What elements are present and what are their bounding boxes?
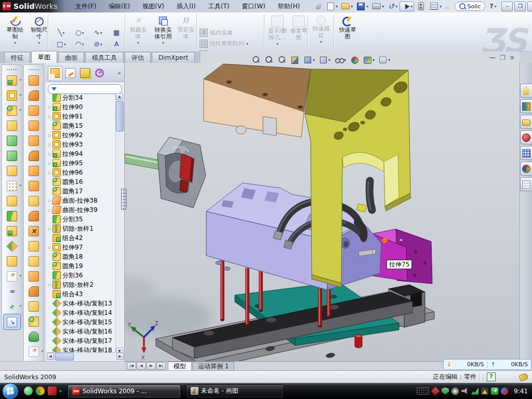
linear-sketch-pattern-button[interactable]: 线性草图阵列 ▾ (200, 38, 248, 49)
revolved-surface-button[interactable] (24, 88, 44, 103)
offset-entities-button[interactable]: 等距实 体 (176, 14, 196, 51)
custom-properties-tab[interactable] (520, 177, 532, 191)
scrollbar-thumb[interactable] (116, 101, 124, 131)
tree-item[interactable]: 分割35 (47, 215, 116, 224)
dropdown-caret-icon[interactable]: ▾ (82, 42, 84, 47)
menu-file[interactable]: 文件(F) (69, 0, 102, 12)
dropdown-caret-icon[interactable]: ▾ (19, 304, 21, 308)
tree-item[interactable]: 实体-移动/复制16 (47, 327, 116, 336)
part-stop-pin[interactable] (355, 335, 362, 348)
tab-motion-study[interactable]: 运动算例 1 (192, 362, 234, 370)
panel-more-button[interactable]: » (117, 70, 123, 76)
tree-item[interactable]: ▷切除-放样2 (47, 280, 116, 289)
tree-item[interactable]: 分割36 (47, 271, 116, 280)
expander-icon[interactable]: ▷ (47, 114, 52, 119)
hide-show-items-button[interactable]: ▾ (334, 55, 347, 64)
surface-reference-geometry-button[interactable]: ▾ (24, 344, 44, 359)
dropdown-caret-icon[interactable]: ▾ (382, 4, 384, 9)
rectangle-tool[interactable]: □▾ (52, 38, 71, 50)
tab-mold-tools[interactable]: 模具工具 (85, 52, 124, 63)
dropdown-caret-icon[interactable]: ▾ (351, 4, 353, 9)
warning-tray-icon[interactable] (481, 388, 488, 395)
dropdown-caret-icon[interactable]: ▾ (100, 42, 102, 47)
ellipse-tool[interactable]: ⊘▾ (89, 38, 108, 50)
zoom-to-fit-button[interactable] (250, 55, 261, 64)
dropdown-caret-icon[interactable]: ▾ (410, 4, 413, 9)
dropdown-caret-icon[interactable]: ▾ (63, 42, 65, 47)
expander-icon[interactable]: ▷ (47, 283, 52, 287)
tree-item[interactable]: ▷切除-放样1 (47, 224, 116, 233)
featuremanager-tab[interactable] (48, 66, 62, 80)
display-style-button[interactable]: ▾ (318, 55, 331, 64)
zoom-to-area-button[interactable] (263, 55, 274, 64)
print-button[interactable]: ▾ (370, 2, 385, 11)
linear-pattern-button[interactable]: ▾ (2, 178, 22, 193)
lofted-surface-button[interactable] (24, 118, 44, 133)
expander-icon[interactable]: ▷ (47, 198, 52, 203)
tree-item[interactable]: ▷拉伸96 (47, 168, 116, 177)
expander-icon[interactable]: ▷ (47, 161, 52, 166)
undo-button[interactable]: ↺▾ (386, 2, 398, 11)
dome-button[interactable] (24, 329, 44, 344)
apply-scene-button[interactable]: ▾ (362, 55, 375, 64)
fillet-button[interactable]: ▾ (2, 103, 22, 118)
view-orientation-button[interactable]: ▾ (302, 55, 315, 64)
dropdown-caret-icon[interactable]: ▾ (313, 58, 315, 62)
ruled-surface-button[interactable] (24, 299, 44, 314)
dropdown-caret-icon[interactable]: ▾ (19, 93, 21, 97)
shell-button[interactable] (2, 133, 22, 148)
tree-vertical-scrollbar[interactable]: ▲ ▼ (115, 93, 123, 355)
section-view-button[interactable] (289, 55, 300, 64)
dropdown-caret-icon[interactable]: ▾ (137, 41, 139, 45)
combine-button[interactable] (2, 223, 22, 238)
messenger-quicklaunch-icon[interactable] (24, 387, 33, 395)
swept-boss-button[interactable] (2, 118, 22, 133)
doc-minimize-button[interactable]: — (489, 54, 496, 61)
dropdown-caret-icon[interactable]: ▾ (41, 349, 43, 353)
panel-splitter-handle[interactable] (121, 188, 127, 210)
help-button[interactable]: ? (489, 3, 493, 10)
quick-snaps-button[interactable]: 快速捕 捉 ▾ (310, 14, 332, 51)
extend-surface-button[interactable] (24, 208, 44, 223)
tab-features[interactable]: 特征 (4, 52, 30, 63)
tree-item[interactable]: 圆角15 (47, 121, 116, 130)
rapid-sketch-button[interactable]: 快速草 图 (336, 14, 360, 51)
toolbar-grip[interactable] (28, 69, 39, 71)
delete-body-button[interactable] (2, 254, 22, 269)
solidworks-resources-tab[interactable] (520, 84, 532, 98)
tab-nav-button-2[interactable]: ▶ (147, 362, 156, 370)
start-button[interactable] (2, 383, 19, 399)
defender-tray-icon[interactable] (442, 388, 449, 395)
tree-item[interactable]: ▷拉伸95 (47, 158, 116, 168)
sketch-text-tool[interactable]: A (108, 38, 126, 50)
untrim-surface-button[interactable] (24, 254, 44, 269)
delete-face-button[interactable] (24, 223, 44, 238)
tree-item[interactable]: 组合43 (47, 289, 116, 299)
view-settings-button[interactable]: ▾ (378, 55, 391, 64)
menu-window[interactable]: 窗口(W) (235, 0, 271, 12)
offset-surface-button[interactable] (24, 178, 44, 193)
minimize-button[interactable]: – (501, 2, 513, 11)
solidworks-quicklaunch-icon[interactable] (48, 387, 57, 395)
configurationmanager-tab[interactable] (78, 66, 91, 79)
tab-nav-button-3[interactable]: ▶| (156, 362, 166, 370)
tree-item[interactable]: ▷拉伸90 (47, 102, 116, 112)
dropdown-caret-icon[interactable]: ▾ (19, 108, 21, 112)
tree-item[interactable]: 分割34 (47, 93, 116, 102)
tree-item[interactable]: ▷拉伸97 (47, 243, 116, 252)
quick-tips-button[interactable]: ? (487, 373, 496, 381)
trim-entities-button[interactable]: 剪裁实 体 ▾ (127, 14, 150, 51)
tree-item[interactable]: ▷拉伸94 (47, 149, 116, 158)
health-tray-icon[interactable] (491, 388, 498, 395)
taskbar-button-solidworks[interactable]: SW SolidWorks 2009 - ... (68, 384, 181, 398)
expander-icon[interactable]: ▷ (47, 133, 52, 138)
tree-item[interactable]: 实体-移动/复制14 (47, 308, 116, 317)
rebuild-button[interactable] (415, 2, 427, 11)
dropdown-caret-icon[interactable]: ▾ (336, 4, 338, 9)
tree-item[interactable]: 圆角18 (47, 252, 116, 261)
boundary-surface-button[interactable] (24, 133, 44, 148)
tree-item[interactable]: 实体-移动/复制17 (47, 336, 116, 345)
tree-item[interactable]: ▷拉伸92 (47, 130, 116, 140)
tree-item[interactable]: ▷拉伸91 (47, 112, 116, 121)
mirror-entities-button[interactable]: ∆ 镜向实体 (200, 28, 233, 38)
